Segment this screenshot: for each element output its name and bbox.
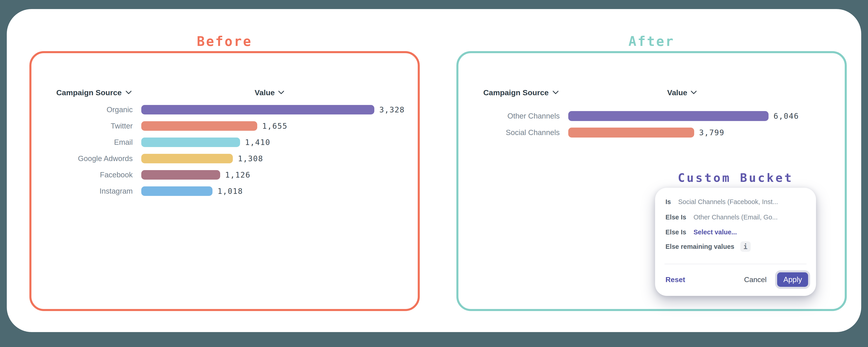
column-header-campaign-source[interactable]: Campaign Source <box>56 87 131 98</box>
value-bar <box>141 154 233 163</box>
bucket-rule-row: Is Social Channels (Facebook, Inst... <box>665 196 810 207</box>
value-bar <box>141 105 374 114</box>
row-label: Instagram <box>31 187 133 196</box>
content-card: Before After Campaign Source Value Organ… <box>7 9 861 332</box>
row-value: 1,018 <box>217 186 243 196</box>
row-value: 1,308 <box>238 154 263 163</box>
row-value: 6,046 <box>774 112 799 121</box>
bucket-rule-row: Else remaining values i <box>665 241 810 252</box>
rule-condition-label: Else Is <box>665 229 686 236</box>
dialog-divider <box>664 264 807 264</box>
bucket-rule-row: Else Is Other Channels (Email, Go... <box>665 212 810 223</box>
row-label: Google Adwords <box>31 154 133 163</box>
chevron-down-icon <box>278 91 284 94</box>
row-value: 1,655 <box>262 121 287 131</box>
apply-button[interactable]: Apply <box>777 272 808 287</box>
bucket-rule-row: Else Is Select value... <box>665 227 810 237</box>
value-bar <box>141 121 257 131</box>
column-header-label: Campaign Source <box>483 88 549 97</box>
chevron-down-icon <box>126 91 131 94</box>
row-label: Social Channels <box>458 128 560 137</box>
table-row: Instagram 1,018 <box>31 183 418 199</box>
row-value: 3,799 <box>699 128 724 137</box>
table-row: Facebook 1,126 <box>31 167 418 183</box>
rule-condition-label: Else Is <box>665 213 686 221</box>
value-bar <box>568 111 769 121</box>
row-label: Facebook <box>31 171 133 179</box>
rule-condition-label: Is <box>665 198 671 206</box>
reset-button[interactable]: Reset <box>665 276 685 284</box>
page-background: { "page": { "background": "#4d6971", "ca… <box>0 0 868 347</box>
rule-condition-label: Else remaining values <box>665 243 735 251</box>
table-row: Email 1,410 <box>31 134 418 150</box>
column-header-campaign-source[interactable]: Campaign Source <box>483 87 559 98</box>
before-panel: Campaign Source Value Organic 3,328 Twit… <box>29 51 420 311</box>
column-header-label: Value <box>255 88 275 97</box>
custom-bucket-title: Custom Bucket <box>655 171 816 184</box>
table-row: Organic 3,328 <box>31 102 418 118</box>
column-header-label: Value <box>667 88 687 97</box>
table-row: Other Channels 6,046 <box>458 108 845 124</box>
row-label: Organic <box>31 106 133 114</box>
column-header-value[interactable]: Value <box>637 87 727 98</box>
value-bar <box>141 138 240 147</box>
info-icon[interactable]: i <box>740 241 751 252</box>
before-title: Before <box>29 33 420 50</box>
rule-value-field[interactable]: Other Channels (Email, Go... <box>693 213 778 221</box>
row-value: 3,328 <box>379 105 405 114</box>
table-body: Organic 3,328 Twitter 1,655 Email 1,410 … <box>31 102 418 199</box>
value-bar <box>141 186 213 196</box>
table-row: Google Adwords 1,308 <box>31 150 418 167</box>
dialog-footer: Reset Cancel Apply <box>665 270 810 289</box>
select-value-link[interactable]: Select value... <box>693 229 737 236</box>
after-title: After <box>456 33 847 50</box>
column-header-value[interactable]: Value <box>224 87 315 98</box>
cancel-button[interactable]: Cancel <box>744 276 767 284</box>
chevron-down-icon <box>691 91 697 94</box>
table-body: Other Channels 6,046 Social Channels 3,7… <box>458 108 845 141</box>
table-row: Social Channels 3,799 <box>458 124 845 141</box>
rule-value-field[interactable]: Social Channels (Facebook, Inst... <box>678 198 778 206</box>
chevron-down-icon <box>553 91 559 94</box>
row-label: Email <box>31 138 133 147</box>
apply-button-focus-ring: Apply <box>775 270 810 289</box>
row-label: Other Channels <box>458 112 560 120</box>
column-header-label: Campaign Source <box>56 88 122 97</box>
row-label: Twitter <box>31 122 133 130</box>
custom-bucket-dialog: Is Social Channels (Facebook, Inst... El… <box>655 188 816 296</box>
value-bar <box>568 127 694 138</box>
table-row: Twitter 1,655 <box>31 118 418 134</box>
value-bar <box>141 170 220 180</box>
row-value: 1,410 <box>245 138 270 147</box>
row-value: 1,126 <box>225 170 250 179</box>
